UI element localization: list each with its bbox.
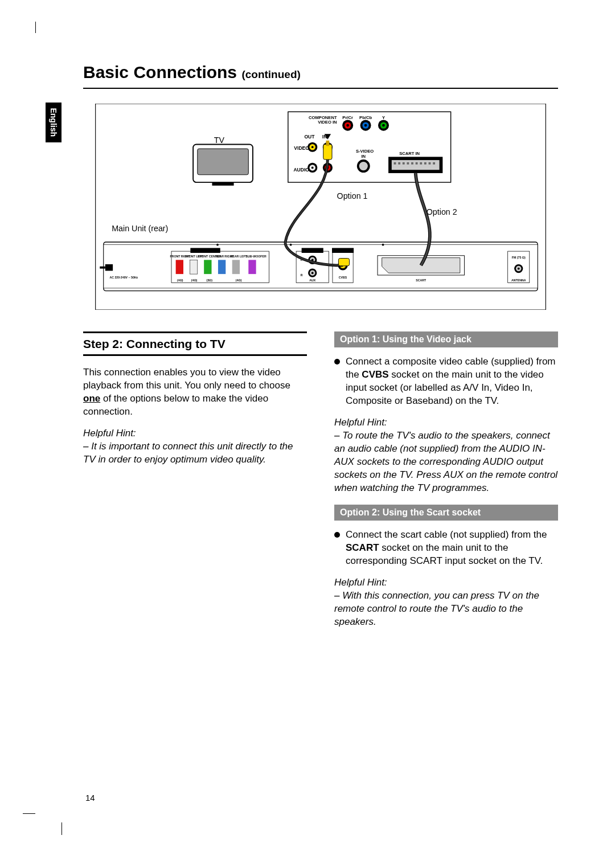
svg-rect-34 <box>416 162 418 165</box>
svg-point-10 <box>364 124 367 127</box>
label-sw: SUB-WOOFER <box>246 255 266 258</box>
svg-rect-35 <box>420 162 422 165</box>
label-fm: FM (75 Ω) <box>512 256 526 259</box>
option2-heading: Option 2: Using the Scart socket <box>334 505 558 521</box>
label-ac: AC 220-240V ~ 50Hz <box>109 276 138 279</box>
svg-point-42 <box>290 244 292 246</box>
svg-point-71 <box>518 268 520 270</box>
opt2-bold: SCART <box>346 542 379 553</box>
label-y: Y <box>382 115 385 120</box>
language-tab: English <box>46 103 62 142</box>
option2-label: Option 2 <box>427 207 457 216</box>
svg-rect-37 <box>429 162 431 165</box>
hint-label: Helpful Hint: <box>334 577 558 588</box>
intro-post: of the options below to make the video c… <box>83 393 268 417</box>
hint-label: Helpful Hint: <box>83 428 307 439</box>
tv-rear-panel: COMPONENT VIDEO IN Pr/Cr Pb/Cb Y OUT IN … <box>288 112 451 182</box>
content-columns: Step 2: Connecting to TV This connection… <box>83 331 558 639</box>
label-ohm4c: (4Ω) <box>236 279 242 282</box>
main-unit-rear: AC 220-240V ~ 50Hz SPEAKERS FRONT RIGHT … <box>100 242 538 291</box>
hint-body: – To route the TV's audio to the speaker… <box>334 429 558 495</box>
svg-rect-53 <box>248 260 256 274</box>
tv-icon: TV <box>193 136 253 186</box>
hint-body: – With this connection, you can press TV… <box>334 589 558 629</box>
svg-rect-29 <box>394 162 396 165</box>
svg-point-43 <box>382 244 384 246</box>
label-audio-in: AUDIO IN <box>306 249 319 252</box>
label-video: VIDEO <box>294 145 309 151</box>
svg-rect-38 <box>433 162 435 165</box>
intro-underline: one <box>83 393 100 404</box>
svg-point-7 <box>346 124 349 127</box>
svg-point-26 <box>359 162 368 170</box>
svg-rect-73 <box>326 141 330 146</box>
diagram-svg: TV COMPONENT VIDEO IN Pr/Cr Pb/Cb Y OUT … <box>83 104 558 310</box>
right-column: Option 1: Using the Video jack Connect a… <box>334 331 558 639</box>
page-number: 14 <box>85 793 95 803</box>
svg-point-61 <box>311 272 314 274</box>
svg-point-16 <box>311 146 314 148</box>
main-unit-label: Main Unit (rear) <box>112 224 168 233</box>
option1-text: Connect a composite video cable (supplie… <box>346 355 558 408</box>
page-title-continued: (continued) <box>241 68 300 80</box>
svg-rect-48 <box>176 260 183 274</box>
label-r: R <box>301 273 303 277</box>
svg-rect-30 <box>398 162 400 165</box>
option1-heading: Option 1: Using the Video jack <box>334 331 558 347</box>
label-audio: AUDIO <box>293 167 309 173</box>
step-heading-text: Step 2: Connecting to TV <box>83 337 226 350</box>
option2-text: Connect the scart cable (not supplied) f… <box>346 529 558 568</box>
label-out: OUT <box>304 134 315 140</box>
crop-mark <box>35 22 36 33</box>
svg-point-41 <box>216 244 219 246</box>
svg-rect-44 <box>105 264 113 271</box>
connection-diagram: TV COMPONENT VIDEO IN Pr/Cr Pb/Cb Y OUT … <box>83 99 558 316</box>
label-aux: AUX <box>309 279 316 282</box>
label-sv-in: IN <box>361 154 366 159</box>
label-ohm4a: (4Ω) <box>177 279 183 282</box>
title-row: Basic Connections (continued) <box>83 63 558 89</box>
label-video-out: VIDEO OUT <box>335 249 352 252</box>
svg-point-13 <box>382 124 385 127</box>
bullet-icon <box>334 359 340 365</box>
hint-body: – It is important to connect this unit d… <box>83 440 307 466</box>
label-cvbs: CVBS <box>339 276 347 279</box>
option2-bullet: Connect the scart cable (not supplied) f… <box>334 529 558 568</box>
svg-rect-36 <box>424 162 427 165</box>
hint-label: Helpful Hint: <box>334 417 558 428</box>
manual-page: English Basic Connections (continued) TV… <box>0 0 615 868</box>
svg-rect-74 <box>338 259 349 266</box>
crop-mark <box>23 813 35 814</box>
svg-rect-31 <box>403 162 405 165</box>
intro-pre: This connection enables you to view the … <box>83 367 290 391</box>
label-prcr: Pr/Cr <box>342 115 353 120</box>
svg-rect-33 <box>411 162 413 165</box>
label-ohm3a: (3Ω) <box>206 279 212 282</box>
bullet-icon <box>334 532 340 538</box>
step-heading: Step 2: Connecting to TV <box>83 331 307 356</box>
label-scart-in: SCART IN <box>399 151 420 156</box>
svg-rect-51 <box>218 260 226 274</box>
opt2-pre: Connect the scart cable (not supplied) f… <box>346 529 547 540</box>
label-scart: SCART <box>416 279 427 282</box>
label-svideo: S-VIDEO <box>356 149 374 154</box>
label-speakers: SPEAKERS <box>197 249 214 252</box>
svg-rect-72 <box>323 144 332 159</box>
tv-label: TV <box>214 136 225 145</box>
page-title: Basic Connections <box>83 63 241 81</box>
svg-rect-28 <box>392 160 440 170</box>
left-column: Step 2: Connecting to TV This connection… <box>83 331 307 639</box>
opt1-bold: CVBS <box>362 369 388 380</box>
label-pbcb: Pb/Cb <box>359 115 372 120</box>
svg-rect-32 <box>407 162 409 165</box>
option1-label: Option 1 <box>337 191 368 200</box>
svg-rect-3 <box>212 182 233 186</box>
label-antenna: ANTENNA <box>511 279 526 282</box>
language-tab-label: English <box>49 108 58 137</box>
svg-rect-49 <box>190 260 197 274</box>
option1-bullet: Connect a composite video cable (supplie… <box>334 355 558 408</box>
svg-rect-52 <box>232 260 240 274</box>
label-rl: REAR LEFT <box>231 255 248 258</box>
label-video-in: VIDEO IN <box>318 120 337 125</box>
intro-paragraph: This connection enables you to view the … <box>83 366 307 419</box>
